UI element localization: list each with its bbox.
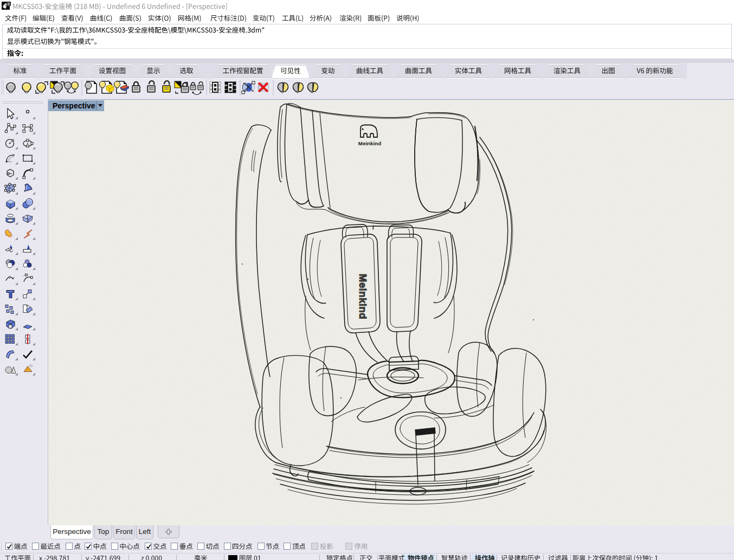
svg-text:6: 6 [8,2,10,6]
svg-text:Meinkind: Meinkind [357,274,369,319]
svg-text:Meinkind: Meinkind [358,140,381,146]
